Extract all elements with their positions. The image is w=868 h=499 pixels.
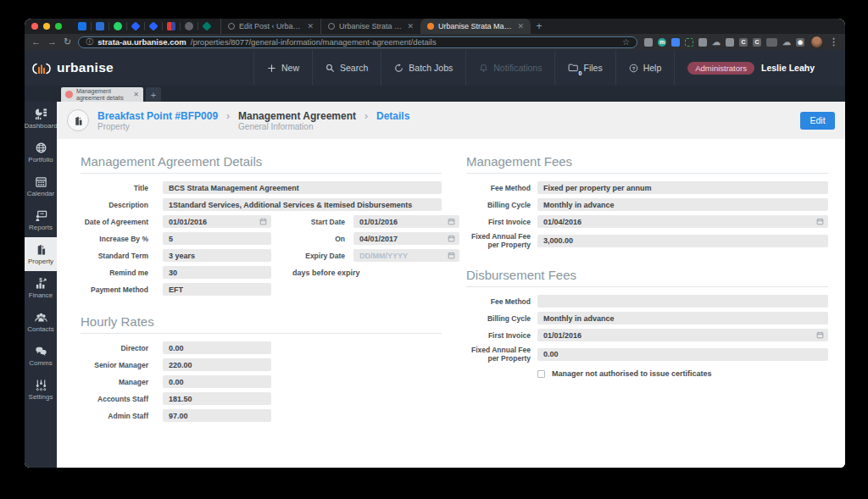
browser-tab-strata-management[interactable]: Urbanise Strata Management ✕	[420, 19, 531, 34]
sidebar-item-finance[interactable]: $ Finance	[25, 271, 57, 305]
start-date-input[interactable]: 01/01/2016	[353, 215, 459, 228]
reload-button[interactable]: ↻	[64, 37, 71, 47]
clipboard-icon[interactable]	[698, 38, 707, 47]
senior-manager-rate-input[interactable]: 220.00	[163, 358, 271, 371]
description-input[interactable]: 1Standard Services, Additional Services …	[163, 198, 442, 211]
c-dark-icon-2[interactable]: C	[753, 38, 761, 47]
calendar-icon[interactable]	[448, 235, 455, 242]
sidebar-item-settings[interactable]: Settings	[25, 373, 57, 407]
manager-not-authorised-checkbox[interactable]	[537, 370, 545, 378]
admin-staff-rate-input[interactable]: 97.00	[163, 409, 271, 422]
manager-rate-input[interactable]: 0.00	[163, 375, 271, 388]
mgmt-billing-cycle-input[interactable]: Monthly in advance	[537, 198, 828, 211]
bell-icon	[479, 64, 488, 73]
sidebar-item-property[interactable]: Property	[25, 237, 57, 271]
standard-term-input[interactable]: 3 years	[163, 249, 271, 262]
calendar-icon[interactable]	[448, 218, 455, 225]
disb-fee-method-input[interactable]	[537, 295, 828, 308]
mgmt-first-invoice-input[interactable]: 01/04/2016	[537, 215, 828, 228]
bookmark-star-icon[interactable]: ☆	[622, 37, 630, 47]
browser-tab-strata-update[interactable]: Urbanise Strata Update (63) | ✕	[320, 19, 420, 34]
calendar-icon[interactable]	[816, 331, 824, 339]
files-button[interactable]: 0 Files	[554, 50, 615, 86]
calendar-icon[interactable]	[259, 218, 267, 225]
sidebar-item-dashboard[interactable]: Dashboard	[25, 102, 57, 136]
finance-icon: $	[35, 277, 47, 290]
browser-profile-avatar[interactable]	[811, 36, 822, 47]
sidebar-item-comms[interactable]: Comms	[25, 339, 57, 373]
forward-button[interactable]: →	[47, 37, 57, 47]
tag-icon[interactable]	[726, 38, 734, 47]
notifications-button[interactable]: Notifications	[465, 50, 554, 86]
breadcrumb-property[interactable]: Breakfast Point #BFP009 Property	[97, 110, 218, 132]
shield-icon[interactable]	[644, 38, 653, 47]
director-rate-input[interactable]: 0.00	[163, 341, 271, 354]
blue-square-icon[interactable]	[671, 38, 680, 47]
disb-billing-cycle-input[interactable]: Monthly in advance	[537, 312, 828, 324]
mgmt-fee-method-input[interactable]: Fixed per property per annum	[537, 181, 828, 194]
teams-icon[interactable]	[96, 22, 104, 30]
sidebar-item-reports[interactable]: Reports	[25, 203, 57, 237]
close-tab-icon[interactable]: ✕	[407, 22, 414, 30]
increase-by-input[interactable]: 5	[163, 232, 271, 245]
close-tab-icon[interactable]: ✕	[307, 22, 314, 30]
plus-icon	[267, 64, 276, 73]
panel-icon[interactable]	[766, 38, 777, 47]
whatsapp-icon[interactable]	[114, 22, 122, 30]
cloud-icon[interactable]: ☁	[712, 38, 721, 47]
teal-diamond-icon[interactable]	[202, 21, 211, 30]
field-label: Accounts Staff	[81, 395, 148, 403]
breadcrumb-current[interactable]: Details	[376, 110, 409, 122]
back-button[interactable]: ←	[31, 37, 41, 47]
expiry-date-input[interactable]: DD/MM/YYYY	[353, 249, 459, 262]
outlook-icon[interactable]	[78, 22, 86, 30]
search-button[interactable]: Search	[312, 50, 381, 86]
calendar-icon[interactable]	[816, 218, 824, 225]
disb-first-invoice-input[interactable]: 01/01/2016	[537, 329, 828, 341]
mgmt-fixed-annual-fee-input[interactable]: 3,000.00	[537, 235, 828, 247]
field-label: Standard Term	[81, 252, 148, 260]
role-badge[interactable]: Administrators	[687, 62, 754, 75]
field-label: On	[271, 235, 345, 243]
help-button[interactable]: ? Help	[615, 50, 675, 86]
edit-button[interactable]: Edit	[800, 112, 835, 130]
user-name[interactable]: Leslie Leahy	[761, 63, 815, 73]
sidebar-item-contacts[interactable]: Contacts	[25, 305, 57, 339]
new-tab-button[interactable]: +	[531, 19, 548, 34]
batch-jobs-button[interactable]: Batch Jobs	[381, 50, 465, 86]
app-tab-management-agreement[interactable]: Managementagreement details ✕	[61, 87, 143, 102]
urbanise-logo[interactable]: urbanise	[31, 60, 114, 75]
remind-me-input[interactable]: 30	[163, 266, 271, 279]
diamond-blue-icon[interactable]	[131, 21, 140, 30]
address-bar[interactable]: ⓘ strata-au.urbanise.com /properties/807…	[78, 36, 637, 48]
date-of-agreement-input[interactable]: 01/01/2016	[163, 215, 271, 228]
close-app-tab-icon[interactable]: ✕	[133, 91, 139, 98]
drive-icon[interactable]: ☁	[782, 38, 791, 47]
m-teal-icon[interactable]: m	[658, 38, 666, 47]
browser-toolbar: ← → ↻ ⓘ strata-au.urbanise.com /properti…	[25, 34, 845, 50]
sidebar-item-calendar[interactable]: Calendar	[25, 169, 57, 203]
payment-method-input[interactable]: EFT	[163, 283, 271, 296]
dim-gray-icon[interactable]	[185, 22, 193, 30]
accounts-staff-rate-input[interactable]: 181.50	[163, 392, 271, 405]
flag-red-blue-icon[interactable]	[167, 22, 175, 30]
sidebar-item-portfolio[interactable]: Portfolio	[25, 136, 57, 169]
close-tab-icon[interactable]: ✕	[517, 22, 524, 30]
title-input[interactable]: BCS Strata Management Agreement	[163, 181, 442, 194]
diamond-blue-icon-2[interactable]	[148, 21, 158, 30]
browser-tab-edit-post[interactable]: Edit Post ‹ Urbanise.com — W ✕	[220, 19, 320, 34]
field-label: Manager	[81, 378, 148, 386]
c-dark-icon[interactable]: C	[739, 38, 748, 47]
on-date-input[interactable]: 04/01/2017	[353, 232, 459, 245]
minimize-window-button[interactable]	[43, 23, 50, 30]
screenshot-green-icon[interactable]	[685, 38, 693, 47]
site-info-icon[interactable]: ⓘ	[86, 36, 93, 47]
calendar-icon[interactable]	[448, 252, 455, 259]
close-window-button[interactable]	[31, 23, 38, 30]
disb-fixed-annual-fee-input[interactable]: 0.00	[537, 348, 828, 361]
chrome-menu-icon[interactable]: ⋮	[829, 36, 838, 47]
fullscreen-window-button[interactable]	[55, 23, 62, 30]
add-app-tab-button[interactable]: +	[146, 87, 161, 102]
camera-icon[interactable]: ◉	[796, 38, 804, 47]
new-button[interactable]: New	[253, 50, 312, 86]
